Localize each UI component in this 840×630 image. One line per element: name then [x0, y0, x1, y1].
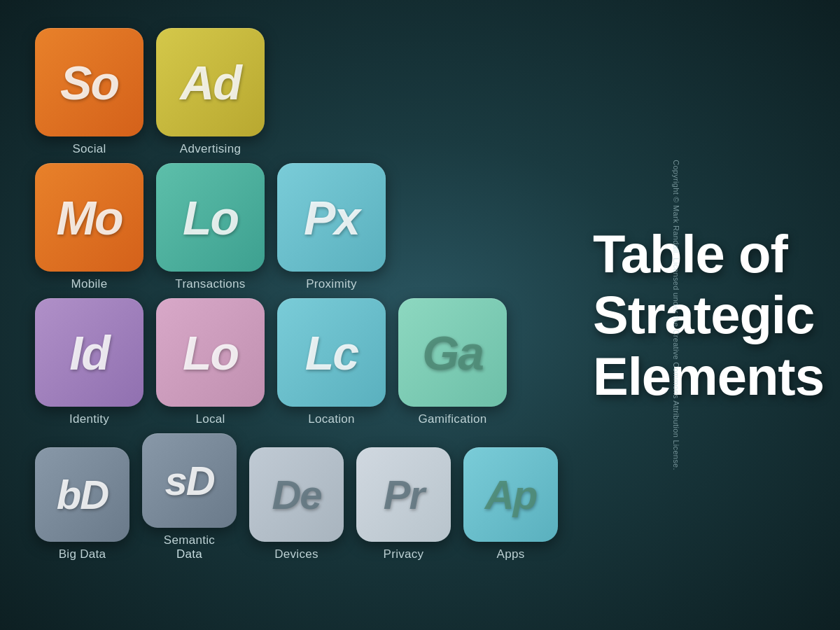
tile-abbr-apps: Ap	[485, 471, 536, 518]
tile-abbr-semanticdata: sD	[164, 457, 214, 504]
tile-wrapper-apps: Ap Apps	[463, 447, 558, 561]
tile-abbr-location: Lc	[305, 326, 358, 380]
tile-label-proximity: Proximity	[306, 277, 357, 291]
tile-local[interactable]: Lo	[156, 298, 265, 407]
tile-wrapper-identity: Id Identity	[35, 298, 144, 426]
tile-label-semanticdata: Semantic Data	[164, 533, 215, 561]
tile-abbr-local: Lo	[183, 326, 238, 380]
grid-row-1: So Social Ad Advertising	[35, 28, 558, 156]
tile-apps[interactable]: Ap	[463, 447, 558, 542]
tile-wrapper-advertising: Ad Advertising	[156, 28, 265, 156]
tile-label-bigdata: Big Data	[59, 547, 106, 561]
tile-semanticdata[interactable]: sD	[142, 433, 237, 528]
tile-privacy[interactable]: Pr	[356, 447, 451, 542]
grid-row-2: Mo Mobile Lo Transactions Px Proximity	[35, 163, 558, 291]
tile-abbr-bigdata: bD	[57, 471, 108, 518]
title-line1: Table of	[593, 224, 788, 284]
title-line2: Strategic	[593, 285, 814, 344]
tile-label-location: Location	[308, 412, 355, 426]
tile-label-local: Local	[195, 412, 225, 426]
tile-label-transactions: Transactions	[175, 277, 245, 291]
tile-mobile[interactable]: Mo	[35, 163, 144, 272]
tile-gamification[interactable]: Ga	[398, 298, 507, 407]
tile-abbr-social: So	[60, 55, 118, 110]
tile-label-devices: Devices	[274, 547, 318, 561]
grid-row-4: bD Big Data sD Semantic Data De Devices …	[35, 433, 558, 561]
tile-location[interactable]: Lc	[277, 298, 386, 407]
tile-social[interactable]: So	[35, 28, 144, 136]
tile-abbr-mobile: Mo	[56, 190, 122, 245]
tile-wrapper-devices: De Devices	[249, 447, 344, 561]
tile-devices[interactable]: De	[249, 447, 344, 542]
tile-wrapper-privacy: Pr Privacy	[356, 447, 451, 561]
title-line3: Elements	[593, 346, 824, 406]
main-container: So Social Ad Advertising Mo Mobile	[0, 0, 840, 630]
tile-label-mobile: Mobile	[71, 277, 108, 291]
tile-proximity[interactable]: Px	[277, 163, 386, 272]
tile-label-social: Social	[72, 142, 106, 156]
tile-advertising[interactable]: Ad	[156, 28, 265, 136]
tile-abbr-privacy: Pr	[384, 471, 424, 518]
tile-wrapper-proximity: Px Proximity	[277, 163, 386, 291]
tile-wrapper-local: Lo Local	[156, 298, 265, 426]
tile-label-privacy: Privacy	[384, 547, 424, 561]
tile-abbr-advertising: Ad	[180, 55, 241, 110]
tile-label-identity: Identity	[69, 412, 109, 426]
tile-wrapper-transactions: Lo Transactions	[156, 163, 265, 291]
tile-label-advertising: Advertising	[180, 142, 241, 156]
grid-row-3: Id Identity Lo Local Lc Location Ga	[35, 298, 558, 426]
tile-identity[interactable]: Id	[35, 298, 144, 407]
grid-section: So Social Ad Advertising Mo Mobile	[0, 0, 579, 630]
tile-abbr-identity: Id	[69, 326, 108, 380]
tile-wrapper-bigdata: bD Big Data	[35, 447, 130, 561]
tile-label-apps: Apps	[497, 547, 525, 561]
tile-abbr-gamification: Ga	[422, 326, 483, 380]
tile-wrapper-location: Lc Location	[277, 298, 386, 426]
tile-wrapper-semanticdata: sD Semantic Data	[142, 433, 237, 561]
tile-bigdata[interactable]: bD	[35, 447, 130, 542]
tile-abbr-proximity: Px	[304, 190, 359, 245]
title-text: Table of Strategic Elements	[593, 223, 824, 407]
tile-wrapper-social: So Social	[35, 28, 144, 156]
title-section: Table of Strategic Elements	[579, 0, 840, 630]
tile-wrapper-gamification: Ga Gamification	[398, 298, 507, 426]
tile-abbr-transactions: Lo	[183, 190, 238, 245]
tile-wrapper-mobile: Mo Mobile	[35, 163, 144, 291]
copyright-text: Copyright © Mark Randall. Licensed under…	[672, 160, 680, 470]
tile-label-gamification: Gamification	[418, 412, 486, 426]
tile-abbr-devices: De	[272, 471, 321, 518]
tile-transactions[interactable]: Lo	[156, 163, 265, 272]
